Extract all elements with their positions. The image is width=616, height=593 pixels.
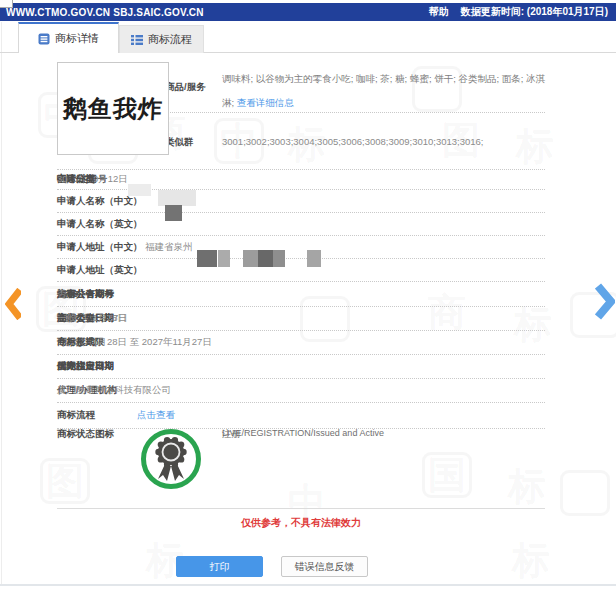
process-view-link[interactable]: 点击查看	[137, 402, 175, 428]
row-process: 商标流程 点击查看	[57, 402, 545, 429]
applicant-address-cn-value: 福建省泉州	[145, 235, 193, 258]
help-link[interactable]: 帮助	[429, 5, 449, 19]
trademark-type-value: 一般	[57, 306, 76, 330]
trademark-form-label: 商标形式	[57, 330, 95, 354]
applicant-address-en-label: 申请人地址（英文）	[57, 258, 143, 281]
row-applicant-address-cn: 申请人地址（中文） 福建省泉州	[57, 235, 545, 259]
row-publication-dates: 初审公告日期 2017年08月27日 注册公告日期 2017年11月28日 商标…	[57, 306, 545, 331]
redaction-block	[165, 205, 182, 221]
status-label: 商标状态图标	[57, 428, 114, 441]
site-domains: WWW.CTMO.GOV.CN SBJ.SAIC.GOV.CN	[6, 7, 204, 18]
row-international-dates: 国际注册日期 后期指定日期 优先权日期	[57, 354, 545, 379]
row-applicant-address-en: 申请人地址（英文）	[57, 258, 545, 282]
redaction-block	[243, 250, 258, 267]
list-icon	[131, 34, 143, 46]
tab-label-process: 商标流程	[148, 32, 192, 47]
applicant-name-en-label: 申请人名称（英文）	[57, 212, 143, 235]
redaction-block	[273, 250, 285, 267]
applicant-address-cn-label: 申请人地址（中文）	[57, 235, 143, 258]
similar-group-value: 3001;3002;3003;3004;3005;3006;3008;3009;…	[222, 136, 484, 147]
trademark-name: 鹅鱼我炸	[62, 93, 164, 125]
medal-ribbon-icon	[140, 428, 202, 494]
row-status: 商标状态图标 LIVE/REGISTRATION/Issued and Acti…	[57, 428, 545, 509]
tab-bar: 商标详情 商标流程	[0, 22, 616, 53]
similar-group-label: 类似群	[165, 136, 194, 149]
redaction-block	[258, 250, 273, 267]
row-agent: 代理/办理机构 厦门酷泰网络科技有限公司	[57, 378, 545, 403]
redaction-block	[218, 250, 230, 267]
row-exclusive-term: 专用权期限 2017年11月28日 至 2027年11月27日 商标形式	[57, 330, 545, 355]
tab-trademark-detail[interactable]: 商标详情	[18, 22, 119, 53]
status-text-cn: 注册	[222, 428, 241, 441]
shared-trademark-value: 否	[57, 281, 67, 306]
left-border-line	[1, 22, 2, 584]
goods-services-label: 商品/服务	[165, 81, 206, 94]
divider	[160, 112, 545, 113]
row-applicant-name-en: 申请人名称（英文）	[57, 212, 545, 236]
redaction-block	[307, 250, 321, 267]
top-bar: WWW.CTMO.GOV.CN SBJ.SAIC.GOV.CN 帮助 数据更新时…	[0, 3, 616, 21]
trademark-summary-section: 鹅鱼我炸 商品/服务 调味料; 以谷物为主的零食小吃; 咖啡; 茶; 糖; 蜂蜜…	[57, 60, 545, 170]
tab-label-detail: 商标详情	[55, 31, 99, 46]
priority-date-label: 优先权日期	[57, 354, 105, 378]
prev-arrow-button[interactable]	[5, 288, 21, 324]
redaction-block	[158, 190, 196, 206]
redaction-block	[128, 184, 151, 196]
goods-detail-link[interactable]: 查看详细信息	[237, 97, 294, 108]
process-label: 商标流程	[57, 402, 95, 428]
next-arrow-button[interactable]	[595, 283, 615, 324]
feedback-button[interactable]: 错误信息反馈	[281, 556, 368, 577]
goods-services-value: 调味料; 以谷物为主的零食小吃; 咖啡; 茶; 糖; 蜂蜜; 饼干; 谷类制品;…	[222, 67, 546, 115]
print-button[interactable]: 打印	[176, 556, 263, 577]
tab-trademark-process[interactable]: 商标流程	[119, 25, 204, 53]
document-list-icon	[38, 33, 50, 45]
trademark-image: 鹅鱼我炸	[57, 62, 169, 155]
watermark-glyph: 标	[512, 540, 550, 580]
corner-artifact	[0, 0, 13, 8]
topbar-right: 帮助 数据更新时间: (2018年01月17日)	[429, 5, 608, 19]
watermark-glyph	[560, 470, 610, 516]
trademark-detail-page: WWW.CTMO.GOV.CN SBJ.SAIC.GOV.CN 帮助 数据更新时…	[0, 0, 616, 593]
data-update-time: 数据更新时间: (2018年01月17日)	[461, 5, 608, 19]
disclaimer-text: 仅供参考，不具有法律效力	[57, 516, 545, 530]
bottom-divider	[0, 584, 616, 586]
redaction-block	[197, 250, 217, 267]
row-publication-numbers: 初审公告期号 1565 注册公告期号 1577 是否共有商标 否	[57, 281, 545, 307]
agent-value: 厦门酷泰网络科技有限公司	[57, 378, 171, 402]
status-text-en: LIVE/REGISTRATION/Issued and Active	[222, 428, 384, 438]
intl-class-value: 30	[57, 169, 68, 189]
